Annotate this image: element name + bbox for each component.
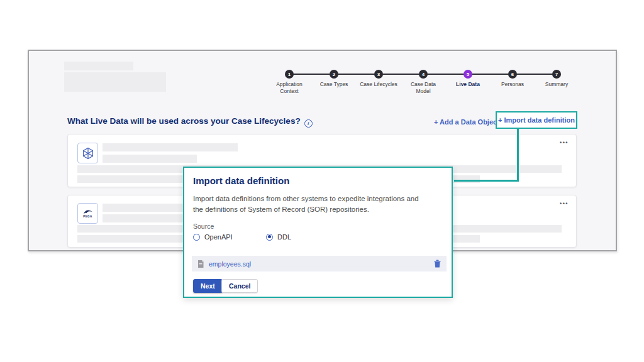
page-question: What Live Data will be used across your … xyxy=(67,116,313,128)
modal-title: Import data definition xyxy=(193,175,289,186)
question-text: What Live Data will be used across your … xyxy=(67,116,301,126)
step-label: Live Data xyxy=(443,81,493,88)
trash-icon[interactable] xyxy=(434,260,441,268)
add-data-object-link[interactable]: + Add a Data Object xyxy=(434,118,499,126)
callout-connector-horizontal xyxy=(454,180,519,182)
info-icon[interactable]: i xyxy=(304,119,313,128)
next-button[interactable]: Next xyxy=(193,279,223,293)
step-label: Personas xyxy=(487,81,538,88)
step-1-application-context[interactable]: 1 xyxy=(285,70,294,79)
placeholder-bar xyxy=(103,155,197,163)
uploaded-file-row: employees.sql xyxy=(192,256,447,272)
card-menu-ellipsis-icon[interactable]: ••• xyxy=(560,200,569,207)
source-label: Source xyxy=(193,222,214,230)
step-label: Case Lifecycles xyxy=(353,81,404,88)
step-number: 7 xyxy=(555,72,558,77)
pega-logo-icon: PEGA xyxy=(77,203,98,224)
step-label: Summary xyxy=(531,81,582,88)
step-3-case-lifecycles[interactable]: 3 xyxy=(374,70,383,79)
ddl-radio-label[interactable]: DDL xyxy=(277,233,291,241)
openapi-radio-label[interactable]: OpenAPI xyxy=(204,233,233,241)
card-menu-ellipsis-icon[interactable]: ••• xyxy=(560,140,569,146)
pega-logo-text: PEGA xyxy=(83,215,92,218)
import-data-definition-button[interactable]: + Import data definition xyxy=(496,111,577,129)
placeholder-bar xyxy=(64,72,166,92)
callout-connector-vertical xyxy=(517,129,519,182)
step-number: 2 xyxy=(333,72,335,77)
file-icon xyxy=(197,260,204,268)
cancel-button[interactable]: Cancel xyxy=(221,279,258,293)
placeholder-bar xyxy=(64,62,133,70)
step-6-personas[interactable]: 6 xyxy=(508,70,517,79)
step-label: Application Context xyxy=(270,81,308,94)
step-number: 5 xyxy=(467,72,469,77)
radio-option-openapi: OpenAPI xyxy=(193,233,233,241)
ddl-radio[interactable] xyxy=(266,234,273,241)
data-object-hexagon-icon xyxy=(77,143,98,163)
openapi-radio[interactable] xyxy=(193,234,200,241)
step-7-summary[interactable]: 7 xyxy=(552,70,561,79)
step-label: Case Types xyxy=(309,81,359,88)
step-number: 1 xyxy=(288,72,291,77)
step-5-live-data[interactable]: 5 xyxy=(464,70,472,79)
import-data-definition-modal: Import data definition Import data defin… xyxy=(183,167,453,298)
file-name: employees.sql xyxy=(209,260,251,268)
step-number: 3 xyxy=(377,72,380,77)
step-number: 4 xyxy=(422,72,425,77)
placeholder-bar xyxy=(103,143,238,151)
step-number: 6 xyxy=(511,72,514,77)
step-label: Case Data Model xyxy=(404,81,442,94)
step-4-case-data-model[interactable]: 4 xyxy=(419,70,428,79)
radio-option-ddl: DDL xyxy=(266,233,291,241)
import-button-label: + Import data definition xyxy=(498,116,575,124)
step-2-case-types[interactable]: 2 xyxy=(330,70,338,79)
modal-description: Import data definitions from other syste… xyxy=(193,194,427,215)
